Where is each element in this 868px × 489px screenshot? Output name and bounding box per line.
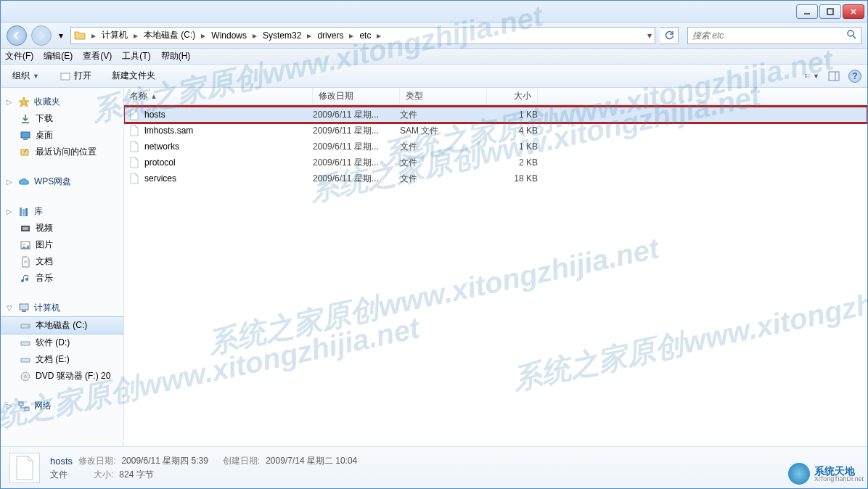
- drive-icon: [20, 320, 31, 332]
- address-bar[interactable]: ▸ 计算机 ▸ 本地磁盘 (C:) ▸ Windows ▸ System32 ▸…: [70, 27, 655, 44]
- column-date[interactable]: 修改日期: [313, 88, 400, 104]
- address-dropdown[interactable]: ▾: [647, 30, 652, 41]
- file-size: 2 KB: [487, 157, 538, 168]
- titlebar: [1, 1, 867, 22]
- svg-rect-20: [22, 227, 28, 230]
- details-size: 824 字节: [119, 469, 153, 481]
- sidebar-item-drive-d[interactable]: 软件 (D:): [1, 334, 123, 351]
- chevron-right-icon[interactable]: ▸: [375, 30, 382, 41]
- chevron-right-icon[interactable]: ▸: [306, 30, 313, 41]
- file-name: services: [144, 173, 176, 184]
- file-type: 文件: [400, 157, 487, 169]
- back-button[interactable]: [7, 25, 27, 46]
- file-row[interactable]: services2009/6/11 星期...文件18 KB: [124, 170, 867, 186]
- computer-icon: [18, 303, 30, 314]
- close-button[interactable]: [843, 4, 864, 19]
- menu-view[interactable]: 查看(V): [83, 50, 112, 62]
- file-icon: [128, 141, 140, 152]
- sidebar-item-videos[interactable]: 视频: [1, 220, 123, 237]
- details-created-label: 创建日期:: [223, 455, 260, 467]
- search-icon[interactable]: [846, 29, 856, 41]
- sidebar-computer-header[interactable]: ▽计算机: [1, 300, 123, 316]
- help-button[interactable]: ?: [848, 70, 861, 83]
- chevron-right-icon[interactable]: ▸: [132, 30, 139, 41]
- file-name: hosts: [144, 110, 165, 120]
- menu-help[interactable]: 帮助(H): [161, 50, 191, 62]
- file-row[interactable]: lmhosts.sam2009/6/11 星期...SAM 文件4 KB: [124, 123, 867, 139]
- menubar: 文件(F) 编辑(E) 查看(V) 工具(T) 帮助(H): [1, 49, 867, 65]
- sidebar-item-desktop[interactable]: 桌面: [1, 127, 123, 144]
- sidebar-item-drive-e[interactable]: 文档 (E:): [1, 351, 123, 368]
- chevron-right-icon[interactable]: ▸: [348, 30, 355, 41]
- forward-button[interactable]: [31, 25, 52, 46]
- sort-asc-icon: ▲: [150, 92, 157, 100]
- sidebar-item-recent[interactable]: 最近访问的位置: [1, 144, 123, 160]
- sidebar-network-header[interactable]: ▷网络: [1, 398, 123, 414]
- sidebar-favorites-header[interactable]: ▷收藏夹: [1, 94, 123, 110]
- minimize-button[interactable]: [796, 4, 818, 19]
- breadcrumb-item[interactable]: drivers: [314, 30, 346, 41]
- view-options-button[interactable]: ▼: [805, 69, 819, 83]
- library-icon: [18, 206, 30, 218]
- breadcrumb-item[interactable]: 计算机: [99, 29, 131, 41]
- file-date: 2009/6/11 星期...: [313, 157, 400, 169]
- chevron-right-icon[interactable]: ▸: [90, 30, 97, 41]
- sidebar-item-downloads[interactable]: 下载: [1, 110, 123, 127]
- details-created: 2009/7/14 星期二 10:04: [266, 455, 357, 467]
- organize-button[interactable]: 组织▼: [7, 67, 45, 84]
- maximize-button[interactable]: [819, 4, 841, 19]
- file-date: 2009/6/11 星期...: [313, 173, 400, 185]
- column-type[interactable]: 类型: [400, 88, 487, 104]
- sidebar-item-music[interactable]: 音乐: [1, 270, 123, 287]
- video-icon: [20, 223, 31, 234]
- sidebar: ▷收藏夹 下载 桌面 最近访问的位置 ▷WPS网盘 ▷库 视频 图片 文档 音乐…: [1, 88, 124, 446]
- breadcrumb-item[interactable]: 本地磁盘 (C:): [141, 29, 198, 41]
- column-size[interactable]: 大小: [487, 88, 538, 104]
- file-name: protocol: [144, 157, 176, 168]
- column-name[interactable]: 名称▲: [124, 88, 313, 104]
- open-button[interactable]: 打开: [54, 67, 97, 84]
- file-icon: [128, 157, 140, 168]
- sidebar-item-documents[interactable]: 文档: [1, 253, 123, 270]
- file-type: 文件: [400, 141, 487, 153]
- svg-rect-11: [829, 72, 839, 81]
- sidebar-libraries-header[interactable]: ▷库: [1, 203, 123, 220]
- menu-file[interactable]: 文件(F): [5, 50, 33, 62]
- preview-pane-button[interactable]: [827, 69, 841, 83]
- details-modified-label: 修改日期:: [78, 455, 115, 467]
- search-input[interactable]: [692, 30, 846, 41]
- details-modified: 2009/6/11 星期四 5:39: [121, 455, 208, 467]
- file-row[interactable]: hosts2009/6/11 星期...文件1 KB: [124, 107, 867, 123]
- recent-icon: [20, 147, 31, 158]
- picture-icon: [20, 239, 31, 251]
- drive-icon: [20, 354, 31, 366]
- svg-rect-8: [806, 76, 807, 78]
- sidebar-item-pictures[interactable]: 图片: [1, 237, 123, 253]
- cd-icon: [20, 371, 31, 382]
- breadcrumb-item[interactable]: Windows: [208, 30, 250, 41]
- chevron-right-icon[interactable]: ▸: [251, 30, 258, 41]
- sidebar-item-dvd-f[interactable]: DVD 驱动器 (F:) 20: [1, 368, 123, 385]
- breadcrumb-item[interactable]: System32: [260, 30, 304, 41]
- new-folder-button[interactable]: 新建文件夹: [106, 67, 161, 84]
- chevron-right-icon[interactable]: ▸: [200, 30, 207, 41]
- menu-edit[interactable]: 编辑(E): [44, 50, 73, 62]
- file-row[interactable]: protocol2009/6/11 星期...文件2 KB: [124, 155, 867, 170]
- sidebar-wps-header[interactable]: ▷WPS网盘: [1, 173, 123, 190]
- sidebar-item-drive-c[interactable]: 本地磁盘 (C:): [1, 316, 123, 334]
- navbar: ▾ ▸ 计算机 ▸ 本地磁盘 (C:) ▸ Windows ▸ System32…: [1, 22, 867, 49]
- download-icon: [20, 113, 31, 125]
- toolbar: 组织▼ 打开 新建文件夹 ▼ ?: [1, 65, 867, 88]
- file-icon: [128, 109, 140, 120]
- details-pane: hosts 修改日期: 2009/6/11 星期四 5:39 创建日期: 200…: [1, 446, 867, 488]
- svg-point-22: [23, 243, 25, 245]
- file-thumbnail: [9, 453, 40, 483]
- menu-tools[interactable]: 工具(T): [122, 50, 150, 62]
- network-icon: [18, 400, 30, 412]
- history-dropdown[interactable]: ▾: [56, 30, 66, 41]
- breadcrumb-item[interactable]: etc: [356, 30, 374, 41]
- file-row[interactable]: networks2009/6/11 星期...文件1 KB: [124, 139, 867, 155]
- search-box[interactable]: [687, 27, 861, 44]
- refresh-button[interactable]: [660, 27, 679, 44]
- file-type: 文件: [400, 173, 487, 185]
